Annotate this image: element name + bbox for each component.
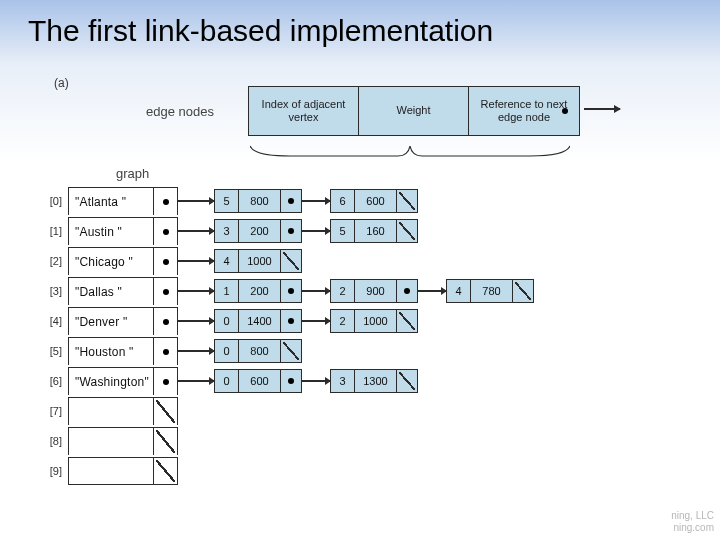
edge-index: 0 (215, 370, 239, 392)
table-row: [5]"Houston "0800 (40, 336, 534, 366)
edge-node: 01400 (214, 309, 302, 333)
table-row: [6]"Washington"060031300 (40, 366, 534, 396)
row-index: [9] (40, 465, 68, 477)
arrow-icon (178, 200, 214, 202)
arrow-icon (302, 200, 330, 202)
pointer-dot-icon (163, 289, 169, 295)
row-index: [3] (40, 285, 68, 297)
edge-node: 31300 (330, 369, 418, 393)
arrow-icon (178, 290, 214, 292)
arrow-icon (302, 380, 330, 382)
edge-node: 21000 (330, 309, 418, 333)
vertex-pointer (153, 218, 177, 245)
edge-node: 0600 (214, 369, 302, 393)
arrow-icon (418, 290, 446, 292)
legend-col-weight: Weight (359, 87, 469, 135)
edge-next-pointer (281, 190, 301, 212)
pointer-dot-icon (163, 259, 169, 265)
table-row: [3]"Dallas "120029004780 (40, 276, 534, 306)
edge-next-pointer (281, 310, 301, 332)
pointer-dot-icon (163, 349, 169, 355)
row-index: [8] (40, 435, 68, 447)
arrow-icon (302, 320, 330, 322)
edge-node: 0800 (214, 339, 302, 363)
edge-node: 5160 (330, 219, 418, 243)
legend-edge-nodes-label: edge nodes (146, 104, 214, 119)
legend-col-index: Index of adjacent vertex (249, 87, 359, 135)
vertex-cell (68, 397, 178, 425)
legend-arrow (584, 108, 620, 110)
vertex-name: "Chicago " (69, 255, 153, 269)
vertex-name: "Atlanta " (69, 195, 153, 209)
legend-box: Index of adjacent vertex Weight Referenc… (248, 86, 580, 136)
edge-weight: 200 (239, 280, 281, 302)
vertex-table: [0]"Atlanta "58006600[1]"Austin "3200516… (40, 186, 534, 486)
arrow-icon (302, 230, 330, 232)
null-icon (397, 190, 417, 212)
vertex-pointer (153, 458, 177, 484)
edge-next-pointer (281, 370, 301, 392)
null-icon (397, 310, 417, 332)
edge-index: 0 (215, 310, 239, 332)
edge-weight: 600 (239, 370, 281, 392)
vertex-name: "Washington" (69, 375, 153, 389)
edge-next-pointer (513, 280, 533, 302)
edge-index: 2 (331, 310, 355, 332)
vertex-cell: "Denver " (68, 307, 178, 335)
subfigure-label: (a) (54, 76, 69, 90)
vertex-cell: "Washington" (68, 367, 178, 395)
vertex-cell: "Austin " (68, 217, 178, 245)
null-icon (281, 250, 301, 272)
vertex-name: "Denver " (69, 315, 153, 329)
edge-node: 41000 (214, 249, 302, 273)
vertex-name: "Austin " (69, 225, 153, 239)
vertex-pointer (153, 338, 177, 365)
arrow-icon (178, 320, 214, 322)
pointer-dot-icon (163, 379, 169, 385)
arrow-icon (178, 260, 214, 262)
vertex-pointer (153, 308, 177, 335)
vertex-name: "Dallas " (69, 285, 153, 299)
table-row: [1]"Austin "32005160 (40, 216, 534, 246)
table-row: [9] (40, 456, 534, 486)
edge-weight: 1000 (239, 250, 281, 272)
null-icon (154, 398, 177, 425)
null-icon (513, 280, 533, 302)
edge-node: 5800 (214, 189, 302, 213)
edge-next-pointer (397, 370, 417, 392)
edge-node: 6600 (330, 189, 418, 213)
null-icon (397, 370, 417, 392)
row-index: [5] (40, 345, 68, 357)
null-icon (154, 428, 177, 455)
arrow-icon (302, 290, 330, 292)
vertex-cell: "Houston " (68, 337, 178, 365)
vertex-name: "Houston " (69, 345, 153, 359)
edge-index: 5 (331, 220, 355, 242)
arrow-icon (178, 380, 214, 382)
edge-node: 4780 (446, 279, 534, 303)
pointer-dot-icon (288, 318, 294, 324)
vertex-cell: "Chicago " (68, 247, 178, 275)
edge-weight: 800 (239, 190, 281, 212)
edge-weight: 1400 (239, 310, 281, 332)
legend-pointer-dot (562, 108, 568, 114)
vertex-cell (68, 427, 178, 455)
row-index: [0] (40, 195, 68, 207)
vertex-pointer (153, 188, 177, 215)
arrow-icon (178, 350, 214, 352)
edge-node: 3200 (214, 219, 302, 243)
edge-index: 6 (331, 190, 355, 212)
pointer-dot-icon (404, 288, 410, 294)
row-index: [6] (40, 375, 68, 387)
edge-weight: 1000 (355, 310, 397, 332)
edge-index: 3 (331, 370, 355, 392)
page-title: The first link-based implementation (28, 14, 493, 48)
table-row: [0]"Atlanta "58006600 (40, 186, 534, 216)
vertex-cell: "Dallas " (68, 277, 178, 305)
edge-weight: 200 (239, 220, 281, 242)
edge-index: 5 (215, 190, 239, 212)
edge-next-pointer (397, 220, 417, 242)
table-row: [2]"Chicago "41000 (40, 246, 534, 276)
vertex-cell: "Atlanta " (68, 187, 178, 215)
edge-next-pointer (397, 280, 417, 302)
